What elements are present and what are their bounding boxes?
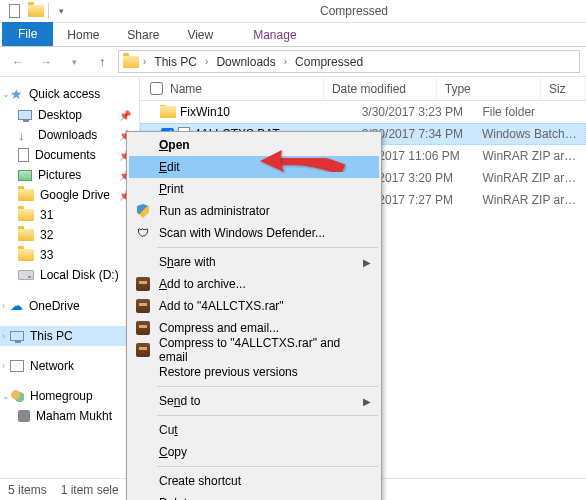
menu-compress-to-email[interactable]: Compress to "4ALLCTXS.rar" and email bbox=[129, 339, 379, 361]
column-headers: Name Date modified Type Siz bbox=[140, 77, 586, 101]
menu-share-with[interactable]: Share with▶ bbox=[129, 251, 379, 273]
quick-access-toolbar: ▾ bbox=[4, 1, 71, 21]
menu-restore-versions[interactable]: Restore previous versions bbox=[129, 361, 379, 383]
nav-label: Downloads bbox=[38, 128, 97, 142]
nav-item-google-drive[interactable]: Google Drive📌 bbox=[0, 185, 139, 205]
tab-view[interactable]: View bbox=[173, 24, 227, 46]
file-date: 3/30/2017 3:23 PM bbox=[354, 105, 475, 119]
navigation-pane[interactable]: ⌄ ★ Quick access Desktop📌Downloads📌Docum… bbox=[0, 77, 140, 478]
back-button[interactable]: ← bbox=[6, 50, 30, 74]
nav-item-downloads[interactable]: Downloads📌 bbox=[0, 125, 139, 145]
nav-label: Google Drive bbox=[40, 188, 110, 202]
nav-item-32[interactable]: 32 bbox=[0, 225, 139, 245]
menu-run-admin[interactable]: Run as administrator bbox=[129, 200, 379, 222]
file-tab[interactable]: File bbox=[2, 22, 53, 46]
nav-label: Maham Mukht bbox=[36, 409, 112, 423]
nav-label: 31 bbox=[40, 208, 53, 222]
drive-icon bbox=[18, 270, 34, 280]
quick-access-header[interactable]: ⌄ ★ Quick access bbox=[0, 83, 139, 105]
properties-qat-button[interactable] bbox=[4, 1, 24, 21]
status-selected-count: 1 item sele bbox=[61, 483, 119, 497]
menu-add-to-rar[interactable]: Add to "4ALLCTXS.rar" bbox=[129, 295, 379, 317]
nav-item-33[interactable]: 33 bbox=[0, 245, 139, 265]
chevron-right-icon[interactable]: › bbox=[203, 56, 210, 67]
menu-defender[interactable]: 🛡Scan with Windows Defender... bbox=[129, 222, 379, 244]
file-row[interactable]: FixWin103/30/2017 3:23 PMFile folder bbox=[140, 101, 586, 123]
file-type: File folder bbox=[474, 105, 586, 119]
folder-icon bbox=[18, 209, 34, 221]
address-bar[interactable]: › This PC › Downloads › Compressed bbox=[118, 50, 580, 73]
nav-label: Pictures bbox=[38, 168, 81, 182]
file-type: WinRAR ZIP archive bbox=[474, 171, 586, 185]
column-size[interactable]: Siz bbox=[541, 78, 586, 100]
star-icon: ★ bbox=[10, 86, 23, 102]
nav-label: Homegroup bbox=[30, 389, 93, 403]
pic-icon bbox=[18, 170, 32, 181]
column-date[interactable]: Date modified bbox=[324, 78, 437, 100]
new-folder-qat-button[interactable] bbox=[26, 1, 46, 21]
path-segment[interactable]: This PC bbox=[150, 53, 201, 71]
nav-item-local-disk-d-[interactable]: Local Disk (D:) bbox=[0, 265, 139, 285]
nav-item-31[interactable]: 31 bbox=[0, 205, 139, 225]
chevron-right-icon[interactable]: › bbox=[141, 56, 148, 67]
menu-send-to[interactable]: Send to▶ bbox=[129, 390, 379, 412]
submenu-arrow-icon: ▶ bbox=[363, 396, 371, 407]
user-item[interactable]: Maham Mukht bbox=[0, 406, 139, 426]
forward-button[interactable]: → bbox=[34, 50, 58, 74]
nav-label: 32 bbox=[40, 228, 53, 242]
select-all-checkbox[interactable] bbox=[150, 82, 163, 95]
nav-item-desktop[interactable]: Desktop📌 bbox=[0, 105, 139, 125]
menu-separator bbox=[157, 247, 378, 248]
column-type[interactable]: Type bbox=[437, 78, 541, 100]
onedrive-header[interactable]: › ☁ OneDrive bbox=[0, 295, 139, 316]
menu-create-shortcut[interactable]: Create shortcut bbox=[129, 470, 379, 492]
menu-separator bbox=[157, 386, 378, 387]
column-name[interactable]: Name bbox=[140, 78, 324, 100]
menu-copy[interactable]: Copy bbox=[129, 441, 379, 463]
path-segment[interactable]: Compressed bbox=[291, 53, 367, 71]
nav-label: This PC bbox=[30, 329, 73, 343]
expand-icon[interactable]: › bbox=[2, 301, 5, 311]
menu-open[interactable]: Open bbox=[129, 134, 379, 156]
file-type: Windows Batch File bbox=[474, 127, 585, 141]
address-bar-row: ← → ▾ ↑ › This PC › Downloads › Compress… bbox=[0, 47, 586, 77]
this-pc-header[interactable]: › This PC bbox=[0, 326, 139, 346]
file-name: FixWin10 bbox=[180, 105, 230, 119]
expand-icon[interactable]: › bbox=[2, 331, 5, 341]
tab-share[interactable]: Share bbox=[113, 24, 173, 46]
window-title: Compressed bbox=[320, 4, 388, 18]
network-header[interactable]: › Network bbox=[0, 356, 139, 376]
menu-cut[interactable]: Cut bbox=[129, 419, 379, 441]
homegroup-header[interactable]: ⌄ Homegroup bbox=[0, 386, 139, 406]
folder-icon bbox=[18, 249, 34, 261]
rar-icon bbox=[135, 342, 151, 358]
nav-item-documents[interactable]: Documents📌 bbox=[0, 145, 139, 165]
expand-icon[interactable]: ⌄ bbox=[2, 391, 10, 401]
tab-manage[interactable]: Manage bbox=[239, 24, 310, 46]
menu-print[interactable]: Print bbox=[129, 178, 379, 200]
folder-icon bbox=[123, 56, 139, 68]
submenu-arrow-icon: ▶ bbox=[363, 257, 371, 268]
context-menu: Open Edit Print Run as administrator 🛡Sc… bbox=[126, 131, 382, 500]
tab-home[interactable]: Home bbox=[53, 24, 113, 46]
nav-item-pictures[interactable]: Pictures📌 bbox=[0, 165, 139, 185]
menu-add-archive[interactable]: Add to archive... bbox=[129, 273, 379, 295]
file-type: WinRAR ZIP archive bbox=[474, 193, 586, 207]
doc-icon bbox=[18, 148, 29, 162]
qat-customize-button[interactable]: ▾ bbox=[51, 1, 71, 21]
person-icon bbox=[18, 410, 30, 422]
menu-separator bbox=[157, 466, 378, 467]
menu-edit[interactable]: Edit bbox=[129, 156, 379, 178]
nav-label: 33 bbox=[40, 248, 53, 262]
network-icon bbox=[10, 360, 24, 372]
path-segment[interactable]: Downloads bbox=[212, 53, 279, 71]
chevron-right-icon[interactable]: › bbox=[282, 56, 289, 67]
down-icon bbox=[18, 128, 32, 142]
nav-label: OneDrive bbox=[29, 299, 80, 313]
expand-icon[interactable]: ⌄ bbox=[2, 89, 10, 99]
expand-icon[interactable]: › bbox=[2, 361, 5, 371]
up-button[interactable]: ↑ bbox=[90, 50, 114, 74]
menu-delete[interactable]: Delete bbox=[129, 492, 379, 500]
ribbon-tabs: File Home Share View Manage bbox=[0, 23, 586, 47]
recent-locations-button[interactable]: ▾ bbox=[62, 50, 86, 74]
